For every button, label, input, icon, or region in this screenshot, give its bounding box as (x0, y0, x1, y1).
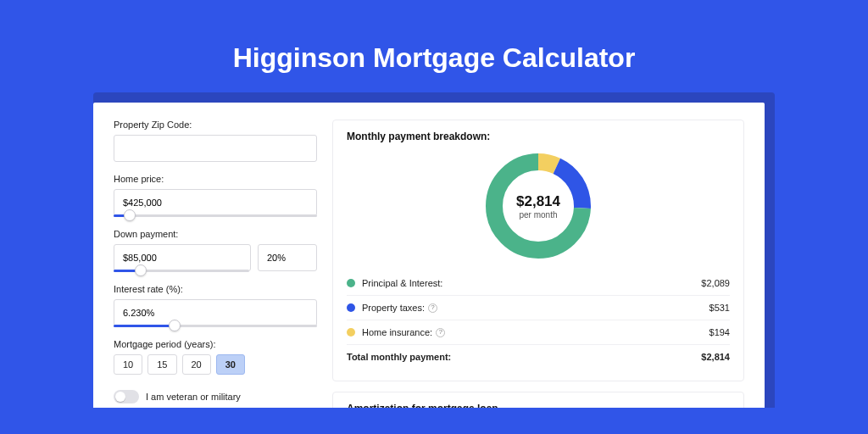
legend-value: $194 (709, 327, 730, 337)
interest-rate-field: Interest rate (%): (114, 284, 317, 327)
panel-shadow: Property Zip Code: Home price: Down paym… (93, 92, 775, 408)
interest-rate-slider[interactable] (114, 325, 317, 327)
amortization-title: Amortization for mortgage loan (347, 403, 730, 408)
amortization-card: Amortization for mortgage loan Amortizat… (332, 392, 744, 408)
help-icon[interactable]: ? (436, 328, 445, 337)
legend-row: Home insurance:?$194 (347, 320, 730, 344)
legend-row: Property taxes:?$531 (347, 295, 730, 320)
legend-dot-icon (347, 303, 355, 312)
home-price-input[interactable] (114, 189, 317, 216)
legend-dot-icon (347, 279, 355, 287)
donut-wrap: $2,814 per month (347, 151, 730, 261)
interest-rate-slider-fill (114, 325, 175, 327)
breakdown-card: Monthly payment breakdown: $2,814 per mo… (332, 120, 744, 381)
period-label: Mortgage period (years): (114, 339, 317, 349)
legend-label: Property taxes:? (362, 303, 709, 313)
period-field: Mortgage period (years): 10152030 (114, 339, 317, 375)
interest-rate-input[interactable] (114, 299, 317, 326)
legend-label: Principal & Interest: (362, 278, 701, 288)
down-payment-amount-input[interactable] (114, 244, 251, 271)
interest-rate-label: Interest rate (%): (114, 284, 317, 294)
period-option-20[interactable]: 20 (182, 354, 211, 375)
donut-sublabel: per month (519, 210, 557, 220)
donut-center: $2,814 per month (483, 151, 593, 261)
legend-value: $2,089 (701, 278, 730, 288)
veteran-toggle[interactable] (114, 390, 139, 403)
home-price-label: Home price: (114, 174, 317, 184)
zip-input[interactable] (114, 135, 317, 162)
total-value: $2,814 (701, 352, 730, 362)
veteran-label: I am veteran or military (146, 392, 241, 402)
down-payment-label: Down payment: (114, 229, 317, 239)
home-price-field: Home price: (114, 174, 317, 217)
calculator-panel: Property Zip Code: Home price: Down paym… (93, 103, 765, 408)
home-price-slider[interactable] (114, 214, 317, 217)
interest-rate-slider-thumb[interactable] (169, 320, 181, 331)
legend-value: $531 (709, 303, 730, 313)
down-payment-slider[interactable] (114, 270, 249, 272)
legend-label: Home insurance:? (362, 327, 709, 337)
veteran-toggle-knob (115, 392, 125, 402)
help-icon[interactable]: ? (428, 303, 437, 313)
down-payment-field: Down payment: (114, 229, 317, 272)
inputs-column: Property Zip Code: Home price: Down paym… (114, 120, 317, 408)
zip-label: Property Zip Code: (114, 120, 317, 130)
veteran-row: I am veteran or military (114, 390, 317, 403)
page-title: Higginson Mortgage Calculator (93, 42, 775, 74)
breakdown-title: Monthly payment breakdown: (347, 131, 730, 142)
period-options: 10152030 (114, 354, 317, 375)
results-column: Monthly payment breakdown: $2,814 per mo… (332, 120, 744, 408)
period-option-10[interactable]: 10 (114, 354, 142, 375)
total-label: Total monthly payment: (347, 352, 701, 362)
zip-field: Property Zip Code: (114, 120, 317, 162)
legend-row-total: Total monthly payment: $2,814 (347, 344, 730, 369)
home-price-slider-thumb[interactable] (124, 209, 136, 221)
donut-amount: $2,814 (516, 193, 560, 210)
period-option-30[interactable]: 30 (216, 354, 245, 375)
legend-dot-icon (347, 328, 355, 337)
period-option-15[interactable]: 15 (147, 354, 176, 375)
down-payment-slider-thumb[interactable] (135, 264, 147, 276)
payment-donut-chart: $2,814 per month (483, 151, 593, 261)
down-payment-percent-input[interactable] (258, 244, 317, 271)
legend-row: Principal & Interest:$2,089 (347, 271, 730, 295)
